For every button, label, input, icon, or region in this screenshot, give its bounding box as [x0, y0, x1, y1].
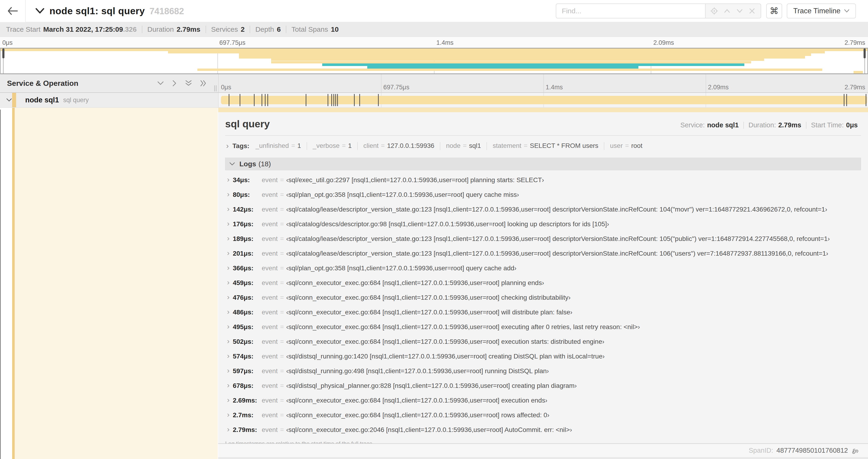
ruler-gridline	[544, 74, 544, 92]
time-tick-label: 2.79ms	[844, 84, 865, 91]
log-row[interactable]: ›678μs:event=‹sql/distsql_physical_plann…	[225, 378, 861, 393]
locate-target-icon[interactable]	[710, 7, 718, 15]
log-field-value: ‹sql/conn_executor_exec.go:2046 [nsql1,c…	[286, 426, 572, 434]
collapse-trace-chevron[interactable]	[35, 8, 44, 14]
log-row[interactable]: ›189μs:event=‹sql/catalog/lease/descript…	[225, 231, 861, 246]
view-selector-button[interactable]: Trace Timeline	[787, 3, 856, 19]
span-color-accent	[12, 108, 15, 459]
range-end-scrubber[interactable]	[864, 48, 866, 58]
log-field-key: event	[262, 353, 278, 360]
log-equals: =	[280, 250, 284, 257]
logs-section: Logs (18) ›34μs:event=‹sql/exec_util.go:…	[225, 158, 861, 444]
log-field-key: event	[262, 220, 278, 228]
chevron-right-icon: ›	[227, 219, 229, 228]
minimap-canvas[interactable]	[0, 48, 868, 74]
log-timestamp: 502μs:	[233, 338, 260, 346]
meta-label: Trace Start	[6, 25, 40, 33]
chevron-right-icon: ›	[227, 263, 229, 272]
span-name-cell[interactable]: node sql1 sql query	[0, 93, 218, 108]
chevron-right-icon: ›	[227, 410, 229, 419]
chevron-right-icon: ›	[227, 396, 229, 404]
tags-accordion[interactable]: › Tags: _unfinished=1_verbose=1client=12…	[225, 140, 861, 152]
log-equals: =	[280, 382, 284, 390]
log-equals: =	[280, 264, 284, 272]
ruler-gridline	[706, 74, 706, 92]
meta-label: Duration	[148, 25, 174, 33]
log-row[interactable]: ›476μs:event=‹sql/conn_executor_exec.go:…	[225, 290, 861, 305]
log-field-value: ‹sql/distsql_running.go:498 [nsql1,clien…	[286, 367, 549, 375]
time-tick-label: 697.75μs	[383, 84, 409, 91]
log-row[interactable]: ›80μs:event=‹sql/plan_opt.go:358 [nsql1,…	[225, 187, 861, 202]
span-duration-bar[interactable]	[221, 96, 867, 104]
log-field-value: ‹sql/conn_executor_exec.go:684 [nsql1,cl…	[286, 338, 604, 346]
log-field-key: event	[262, 412, 278, 419]
log-row[interactable]: ›597μs:event=‹sql/distsql_running.go:498…	[225, 364, 861, 378]
chevron-down-icon[interactable]	[736, 7, 744, 15]
log-row[interactable]: ›486μs:event=‹sql/conn_executor_exec.go:…	[225, 305, 861, 320]
log-equals: =	[280, 206, 284, 213]
minimap-span-bar	[854, 71, 863, 73]
log-row[interactable]: ›574μs:event=‹sql/distsql_running.go:142…	[225, 349, 861, 364]
log-timestamp: 189μs:	[233, 235, 260, 242]
tag-value: sql1	[469, 142, 481, 150]
keyboard-shortcuts-button[interactable]: ⌘	[766, 3, 782, 19]
time-tick-label: 2.79ms	[844, 39, 865, 46]
log-row[interactable]: ›459μs:event=‹sql/conn_executor_exec.go:…	[225, 275, 861, 290]
log-row[interactable]: ›201μs:event=‹sql/catalog/lease/descript…	[225, 246, 861, 261]
tag-value: root	[631, 142, 642, 150]
log-equals: =	[280, 294, 284, 301]
chevron-right-icon: ›	[226, 141, 229, 150]
log-marker-tick	[240, 94, 240, 106]
log-timestamp: 80μs:	[233, 191, 260, 198]
log-row[interactable]: ›366μs:event=‹sql/plan_opt.go:358 [nsql1…	[225, 261, 861, 275]
log-marker-tick	[261, 94, 262, 106]
log-row[interactable]: ›502μs:event=‹sql/conn_executor_exec.go:…	[225, 334, 861, 349]
column-resizer-handle[interactable]	[213, 81, 218, 91]
log-field-key: event	[262, 206, 278, 213]
log-field-key: event	[262, 426, 278, 434]
chevron-right-icon: ›	[227, 293, 229, 301]
back-button[interactable]	[0, 0, 26, 22]
detail-left-gutter	[0, 108, 218, 459]
expand-one-icon[interactable]	[172, 80, 177, 87]
trace-title-group: node sql1: sql query 7418682	[35, 6, 184, 17]
log-row[interactable]: ›142μs:event=‹sql/catalog/lease/descript…	[225, 202, 861, 217]
logs-footnote: Log timestamps are relative to the start…	[225, 440, 861, 444]
meta-separator	[206, 26, 206, 33]
minimap-span-bar	[168, 51, 825, 54]
log-row[interactable]: ›2.69ms:event=‹sql/conn_executor_exec.go…	[225, 393, 861, 408]
span-bar-cell[interactable]	[218, 93, 868, 108]
logs-accordion-header[interactable]: Logs (18)	[225, 158, 861, 170]
overview-separator	[743, 122, 744, 129]
find-input[interactable]	[556, 3, 705, 19]
span-id-footer: SpanID: 4877749850101760812	[218, 444, 868, 457]
log-row[interactable]: ›176μs:event=‹sql/catalog/descs/descript…	[225, 217, 861, 231]
span-collapse-chevron[interactable]	[6, 98, 12, 102]
detail-title-row: sql query Service:node sql1Duration:2.79…	[225, 118, 861, 130]
log-marker-tick	[229, 94, 229, 106]
log-row[interactable]: ›2.7ms:event=‹sql/conn_executor_exec.go:…	[225, 408, 861, 422]
log-equals: =	[280, 397, 284, 404]
timeline-ruler: 0μs697.75μs1.4ms2.09ms2.79ms	[218, 74, 868, 93]
log-row[interactable]: ›495μs:event=‹sql/conn_executor_exec.go:…	[225, 320, 861, 334]
trace-meta-item: Services2	[211, 25, 245, 33]
meta-label: Total Spans	[291, 25, 328, 33]
command-key-icon: ⌘	[770, 6, 779, 16]
range-start-scrubber[interactable]	[2, 48, 4, 58]
log-row[interactable]: ›34μs:event=‹sql/exec_util.go:2297 [nsql…	[225, 173, 861, 187]
tag-item: _verbose=1	[313, 142, 352, 150]
link-icon[interactable]	[851, 447, 859, 454]
clear-search-icon[interactable]	[748, 7, 756, 15]
collapse-controls	[157, 80, 207, 87]
log-marker-tick	[866, 94, 866, 106]
overview-label: Service:	[680, 121, 705, 129]
log-marker-tick	[334, 94, 334, 106]
log-field-value: ‹sql/distsql_running.go:1420 [nsql1,clie…	[286, 353, 605, 360]
expand-all-icon[interactable]	[200, 80, 207, 87]
trace-timeline-page: node sql1: sql query 7418682 ⌘ Trace Tim…	[0, 0, 868, 459]
span-tint-column	[15, 108, 218, 459]
log-row[interactable]: ›2.79ms:event=‹sql/conn_executor_exec.go…	[225, 422, 861, 437]
collapse-all-icon[interactable]	[185, 80, 192, 87]
chevron-up-icon[interactable]	[723, 7, 731, 15]
collapse-one-icon[interactable]	[157, 81, 164, 86]
